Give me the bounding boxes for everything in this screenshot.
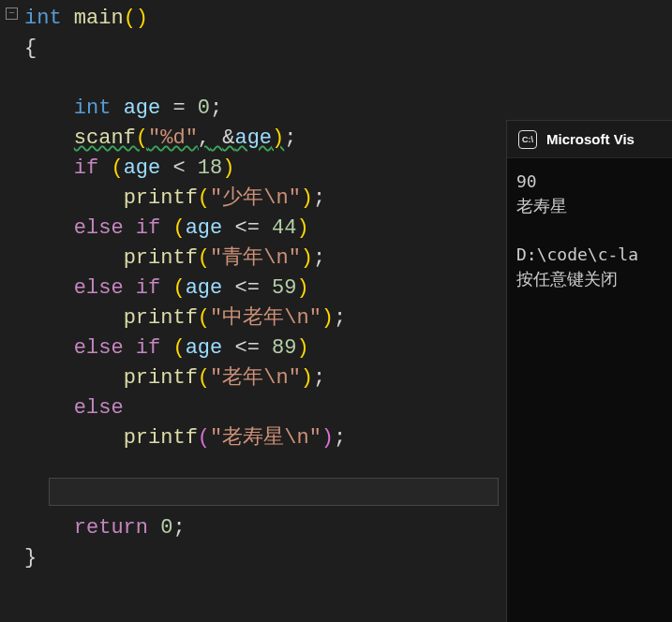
open-brace: { [24, 37, 37, 60]
console-output[interactable]: 90 老寿星 D:\code\c-la 按任意键关闭 [507, 158, 672, 303]
function-main: main [74, 7, 124, 30]
code-content[interactable]: int main() { int age = 0; scanf("%d", &a… [24, 4, 346, 573]
console-line: 按任意键关闭 [516, 269, 618, 289]
close-brace: } [24, 546, 37, 570]
console-titlebar[interactable]: C:\ Microsoft Vis [507, 121, 672, 158]
keyword-int: int [24, 7, 62, 30]
console-line: D:\code\c-la [516, 244, 638, 264]
gutter: − [0, 0, 22, 622]
console-line: 90 [516, 171, 537, 191]
fold-minus-icon[interactable]: − [6, 7, 18, 20]
console-title: Microsoft Vis [546, 131, 635, 147]
console-line: 老寿星 [516, 196, 567, 215]
scanf-call: scanf [74, 126, 136, 150]
console-window[interactable]: C:\ Microsoft Vis 90 老寿星 D:\code\c-la 按任… [506, 120, 672, 622]
terminal-icon: C:\ [518, 130, 537, 149]
